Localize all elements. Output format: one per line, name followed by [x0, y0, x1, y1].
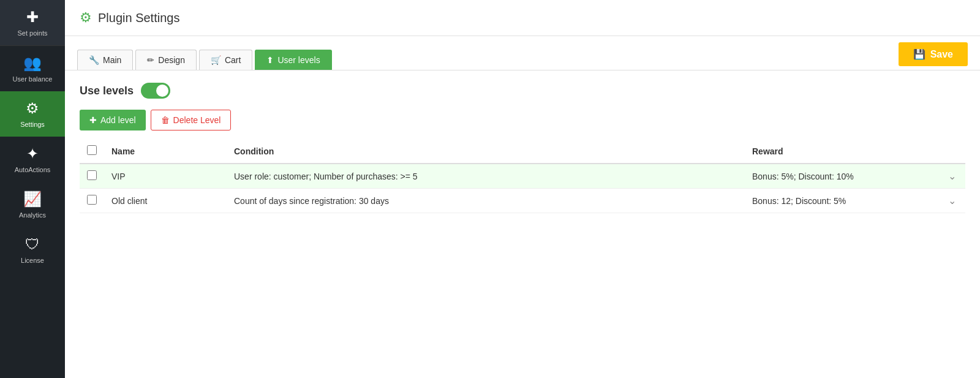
- vip-name: VIP: [104, 164, 227, 189]
- chart-icon: 📈: [23, 191, 42, 208]
- select-all-checkbox[interactable]: [87, 145, 97, 155]
- tab-user-levels[interactable]: ⬆ User levels: [255, 50, 331, 70]
- vip-reward: Bonus: 5%; Discount: 10%: [745, 164, 941, 189]
- sidebar-item-label: User balance: [13, 75, 53, 83]
- settings-icon: ⚙: [80, 10, 92, 26]
- vip-expand-button[interactable]: ⌄: [948, 170, 956, 182]
- shield-icon: 🛡: [25, 236, 40, 253]
- sparkle-icon: ✦: [26, 145, 39, 162]
- page-header: ⚙ Plugin Settings: [65, 0, 980, 36]
- th-condition: Condition: [227, 139, 745, 164]
- table-row: Old client Count of days since registrat…: [80, 189, 965, 213]
- delete-level-button[interactable]: 🗑 Delete Level: [151, 110, 232, 130]
- levels-icon: ⬆: [266, 55, 274, 65]
- vip-expand-cell: ⌄: [941, 164, 965, 189]
- tab-label: Main: [103, 55, 121, 65]
- tab-label: Cart: [225, 55, 241, 65]
- old-client-expand-cell: ⌄: [941, 189, 965, 213]
- toggle-track: [141, 83, 170, 99]
- main-content: ⚙ Plugin Settings 🔧 Main ✏ Design 🛒 Cart…: [65, 0, 980, 378]
- sidebar-item-label: Set points: [18, 29, 48, 37]
- use-levels-toggle[interactable]: [141, 83, 170, 99]
- users-icon: 👥: [23, 55, 42, 72]
- pencil-icon: ✏: [147, 55, 154, 65]
- delete-level-label: Delete Level: [173, 115, 221, 125]
- sidebar: ✚ Set points 👥 User balance ⚙ Settings ✦…: [0, 0, 65, 378]
- vip-row-checkbox[interactable]: [87, 170, 97, 180]
- sidebar-item-license[interactable]: 🛡 License: [0, 227, 65, 273]
- tabs-group: 🔧 Main ✏ Design 🛒 Cart ⬆ User levels: [77, 50, 334, 70]
- th-checkbox: [80, 139, 104, 164]
- old-client-name: Old client: [104, 189, 227, 213]
- save-label: Save: [930, 49, 953, 60]
- plus-icon: ✚: [26, 9, 39, 26]
- content-area: Use levels ✚ Add level 🗑 Delete Level: [65, 70, 980, 378]
- add-level-button[interactable]: ✚ Add level: [80, 110, 146, 130]
- row-checkbox-cell: [80, 164, 104, 189]
- old-client-reward: Bonus: 12; Discount: 5%: [745, 189, 941, 213]
- add-level-label: Add level: [100, 115, 136, 125]
- sidebar-item-settings[interactable]: ⚙ Settings: [0, 91, 65, 137]
- th-name: Name: [104, 139, 227, 164]
- old-client-row-checkbox[interactable]: [87, 195, 97, 205]
- row-checkbox-cell: [80, 189, 104, 213]
- save-icon: 💾: [913, 48, 925, 60]
- cart-icon: 🛒: [211, 55, 221, 65]
- sidebar-item-set-points[interactable]: ✚ Set points: [0, 0, 65, 46]
- wrench-icon: 🔧: [89, 55, 99, 65]
- sidebar-item-label: AutoActions: [15, 166, 51, 173]
- action-buttons: ✚ Add level 🗑 Delete Level: [80, 110, 965, 130]
- toggle-knob: [156, 85, 168, 97]
- table-body: VIP User role: customer; Number of purch…: [80, 164, 965, 213]
- save-button[interactable]: 💾 Save: [899, 42, 968, 66]
- old-client-expand-button[interactable]: ⌄: [948, 195, 956, 206]
- use-levels-row: Use levels: [80, 83, 965, 99]
- table-row: VIP User role: customer; Number of purch…: [80, 164, 965, 189]
- sidebar-item-analytics[interactable]: 📈 Analytics: [0, 182, 65, 227]
- tab-main[interactable]: 🔧 Main: [77, 50, 133, 70]
- th-reward: Reward: [745, 139, 941, 164]
- old-client-condition: Count of days since registration: 30 day…: [227, 189, 745, 213]
- tab-label: Design: [158, 55, 185, 65]
- levels-table: Name Condition Reward VIP User role: cus…: [80, 139, 965, 213]
- top-bar: 🔧 Main ✏ Design 🛒 Cart ⬆ User levels 💾 S…: [65, 36, 980, 70]
- tab-cart[interactable]: 🛒 Cart: [199, 50, 252, 70]
- sidebar-item-user-balance[interactable]: 👥 User balance: [0, 46, 65, 91]
- vip-condition: User role: customer; Number of purchases…: [227, 164, 745, 189]
- sidebar-item-label: License: [21, 257, 44, 264]
- save-area: 💾 Save: [899, 42, 968, 70]
- sidebar-item-label: Analytics: [19, 211, 46, 219]
- sidebar-item-autoactions[interactable]: ✦ AutoActions: [0, 137, 65, 182]
- sidebar-item-label: Settings: [20, 121, 45, 128]
- use-levels-label: Use levels: [80, 85, 134, 97]
- tab-design[interactable]: ✏ Design: [135, 50, 197, 70]
- page-title: Plugin Settings: [98, 11, 179, 25]
- gear-sidebar-icon: ⚙: [26, 100, 39, 117]
- add-icon: ✚: [89, 115, 97, 125]
- table-header: Name Condition Reward: [80, 139, 965, 164]
- trash-icon: 🗑: [161, 115, 170, 125]
- tab-label: User levels: [277, 55, 320, 65]
- th-action: [941, 139, 965, 164]
